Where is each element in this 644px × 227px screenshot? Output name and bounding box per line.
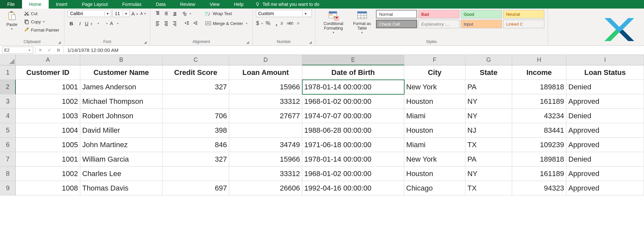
header-cell[interactable]: Income — [512, 65, 566, 80]
cell[interactable]: Miami — [404, 109, 465, 123]
row-header-5[interactable]: 5 — [0, 123, 16, 138]
cell[interactable] — [229, 123, 302, 138]
row-header-1[interactable]: 1 — [0, 65, 16, 80]
cell[interactable]: 1003 — [16, 109, 80, 123]
paste-button[interactable]: Paste ▼ — [3, 10, 20, 32]
column-header-I[interactable]: I — [566, 55, 644, 65]
cell[interactable]: Approved — [566, 167, 644, 181]
font-name-combo[interactable]: ▾ — [68, 10, 111, 17]
cut-button[interactable]: Cut — [22, 10, 61, 17]
font-size-combo[interactable]: ▾ — [112, 10, 130, 17]
cell[interactable]: Denied — [566, 152, 644, 167]
formula-input[interactable]: 1/14/1978 12:00:00 AM — [63, 47, 644, 54]
dialog-launcher-icon[interactable]: ◢ — [246, 40, 249, 44]
cell[interactable]: 327 — [162, 152, 229, 167]
conditional-formatting-button[interactable]: Conditional Formatting▼ — [319, 10, 348, 35]
align-top-button[interactable] — [154, 10, 161, 17]
cell[interactable]: Houston — [404, 167, 465, 181]
dialog-launcher-icon[interactable]: ◢ — [58, 40, 61, 44]
style-explanatory[interactable]: Explanatory … — [418, 20, 459, 28]
cell[interactable]: 1974-07-07 00:00:00 — [302, 109, 404, 123]
number-format-combo[interactable]: ▾ — [256, 10, 312, 17]
cell[interactable]: 15966 — [229, 152, 302, 167]
cell[interactable]: 1992-04-16 00:00:00 — [302, 181, 404, 195]
cell[interactable]: Houston — [404, 123, 465, 138]
currency-button[interactable]: $▾ — [256, 20, 263, 27]
cell[interactable]: 1002 — [16, 167, 80, 181]
cell[interactable]: 1978-01-14 00:00:00 — [302, 80, 404, 94]
tab-file[interactable]: File — [0, 0, 22, 9]
align-center-button[interactable] — [162, 20, 169, 27]
cell[interactable]: 1988-06-28 00:00:00 — [302, 123, 404, 138]
cell[interactable]: 1968-01-02 00:00:00 — [302, 167, 404, 181]
cell[interactable]: Houston — [404, 94, 465, 109]
merge-center-button[interactable]: Merge & Center▾ — [204, 20, 249, 27]
dialog-launcher-icon[interactable]: ◢ — [309, 40, 312, 44]
tab-home[interactable]: Home — [22, 0, 49, 9]
style-linked[interactable]: Linked C — [503, 20, 544, 28]
cell[interactable]: 1978-01-14 00:00:00 — [302, 152, 404, 167]
font-size-input[interactable] — [113, 10, 123, 17]
row-header-8[interactable]: 8 — [0, 167, 16, 181]
cell[interactable]: 1001 — [16, 152, 80, 167]
column-header-H[interactable]: H — [512, 55, 566, 65]
tab-insert[interactable]: Insert — [49, 0, 75, 9]
cancel-formula-button[interactable]: ✕ — [36, 48, 45, 53]
cell[interactable]: 706 — [162, 109, 229, 123]
cell[interactable]: Thomas Davis — [80, 181, 162, 195]
cell[interactable]: PA — [465, 80, 512, 94]
header-cell[interactable]: Loan Amount — [229, 65, 302, 80]
tab-view[interactable]: View — [202, 0, 227, 9]
cell[interactable]: New York — [404, 152, 465, 167]
tab-data[interactable]: Data — [149, 0, 173, 9]
style-good[interactable]: Good — [461, 10, 502, 18]
chevron-down-icon[interactable]: ▾ — [302, 11, 309, 16]
decrease-font-button[interactable]: A▾ — [139, 10, 147, 17]
cell[interactable]: 327 — [162, 80, 229, 94]
chevron-down-icon[interactable]: ▾ — [104, 11, 111, 16]
cell[interactable]: Approved — [566, 94, 644, 109]
style-input[interactable]: Input — [461, 20, 502, 28]
dialog-launcher-icon[interactable]: ◢ — [144, 40, 147, 44]
cell[interactable]: PA — [465, 152, 512, 167]
format-as-table-button[interactable]: Format as Table▼ — [350, 10, 374, 35]
decrease-decimal-button[interactable]: .00.0 — [290, 20, 297, 27]
cell[interactable]: Michael Thompson — [80, 94, 162, 109]
row-header-9[interactable]: 9 — [0, 181, 16, 195]
format-painter-button[interactable]: Format Painter — [22, 26, 61, 34]
row-header-4[interactable]: 4 — [0, 109, 16, 123]
row-header-6[interactable]: 6 — [0, 138, 16, 152]
column-header-A[interactable]: A — [16, 55, 80, 65]
cell[interactable]: John Martinez — [80, 138, 162, 152]
cell[interactable]: 189818 — [512, 80, 566, 94]
header-cell[interactable]: Customer ID — [16, 65, 80, 80]
cell[interactable]: Robert Johnson — [80, 109, 162, 123]
cell[interactable]: Approved — [566, 138, 644, 152]
column-header-F[interactable]: F — [404, 55, 465, 65]
cell[interactable]: TX — [465, 181, 512, 195]
cell[interactable]: James Anderson — [80, 80, 162, 94]
cell[interactable] — [162, 167, 229, 181]
tab-review[interactable]: Review — [173, 0, 203, 9]
chevron-down-icon[interactable]: ▼ — [28, 49, 31, 52]
copy-button[interactable]: Copy▼ — [22, 18, 61, 25]
row-header-2[interactable]: 2 — [0, 80, 16, 94]
borders-button[interactable]: ▾ — [93, 20, 101, 27]
orientation-button[interactable]: ab▾ — [183, 10, 190, 17]
header-cell[interactable]: City — [404, 65, 465, 80]
italic-button[interactable]: I — [76, 20, 84, 27]
cell[interactable]: 33312 — [229, 94, 302, 109]
header-cell[interactable]: Customer Name — [80, 65, 162, 80]
align-bottom-button[interactable] — [171, 10, 178, 17]
header-cell[interactable]: Loan Status — [566, 65, 644, 80]
cell[interactable]: New York — [404, 80, 465, 94]
accept-formula-button[interactable]: ✓ — [45, 48, 54, 53]
cell[interactable]: 43234 — [512, 109, 566, 123]
number-format-input[interactable] — [256, 10, 302, 17]
cell[interactable]: 15966 — [229, 80, 302, 94]
header-cell[interactable]: Credit Score — [162, 65, 229, 80]
cell[interactable]: 161189 — [512, 94, 566, 109]
cell[interactable]: TX — [465, 138, 512, 152]
tab-page-layout[interactable]: Page Layout — [75, 0, 115, 9]
style-bad[interactable]: Bad — [418, 10, 459, 18]
